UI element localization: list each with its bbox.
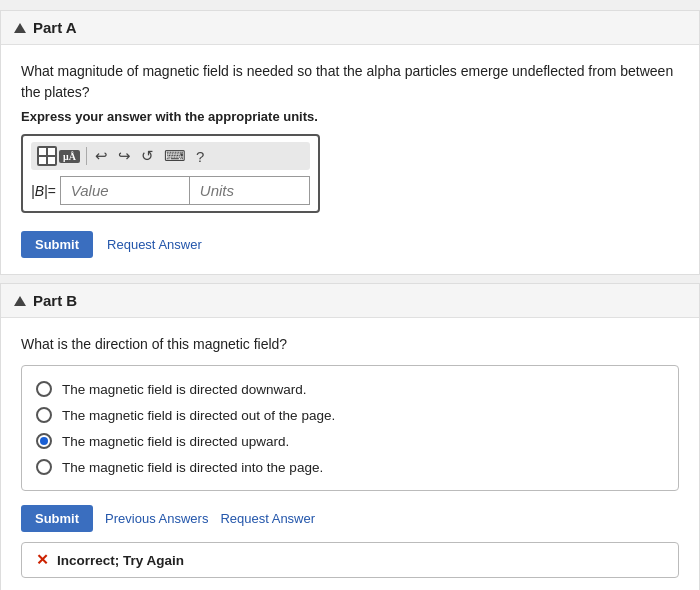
radio-button-1[interactable] [36, 381, 52, 397]
part-a-section: Part A What magnitude of magnetic field … [0, 10, 700, 275]
part-a-question: What magnitude of magnetic field is need… [21, 61, 679, 103]
radio-button-3[interactable] [36, 433, 52, 449]
part-b-request-answer-link[interactable]: Request Answer [220, 511, 315, 526]
grid-icon-box: μÅ [37, 146, 80, 166]
part-b-content: What is the direction of this magnetic f… [1, 318, 699, 590]
part-b-submit-button[interactable]: Submit [21, 505, 93, 532]
radio-inner-3 [40, 437, 48, 445]
part-a-submit-button[interactable]: Submit [21, 231, 93, 258]
radio-button-4[interactable] [36, 459, 52, 475]
keyboard-button[interactable]: ⌨ [162, 147, 188, 165]
part-b-collapse-icon[interactable] [14, 296, 26, 306]
option-row[interactable]: The magnetic field is directed downward. [36, 376, 664, 402]
part-b-section: Part B What is the direction of this mag… [0, 283, 700, 590]
x-icon: ✕ [36, 551, 49, 569]
answer-toolbar: μÅ ↩ ↪ ↺ ⌨ ? [31, 142, 310, 170]
part-b-actions: Submit Previous Answers Request Answer [21, 505, 679, 532]
help-button[interactable]: ? [194, 148, 206, 165]
option-row[interactable]: The magnetic field is directed into the … [36, 454, 664, 480]
part-b-header: Part B [1, 284, 699, 318]
grid-icon [37, 146, 57, 166]
option-row[interactable]: The magnetic field is directed upward. [36, 428, 664, 454]
part-a-label: Part A [33, 19, 77, 36]
part-a-collapse-icon[interactable] [14, 23, 26, 33]
option-label-1: The magnetic field is directed downward. [62, 382, 307, 397]
option-label-2: The magnetic field is directed out of th… [62, 408, 335, 423]
option-label-3: The magnetic field is directed upward. [62, 434, 289, 449]
previous-answers-link[interactable]: Previous Answers [105, 511, 208, 526]
part-b-question: What is the direction of this magnetic f… [21, 334, 679, 355]
value-input[interactable] [60, 176, 190, 205]
options-box: The magnetic field is directed downward.… [21, 365, 679, 491]
option-row[interactable]: The magnetic field is directed out of th… [36, 402, 664, 428]
redo-button[interactable]: ↪ [116, 147, 133, 165]
part-b-label: Part B [33, 292, 77, 309]
part-a-actions: Submit Request Answer [21, 231, 679, 258]
b-label: |B|= [31, 183, 56, 199]
input-row: |B|= [31, 176, 310, 205]
part-a-header: Part A [1, 11, 699, 45]
units-input[interactable] [190, 176, 310, 205]
part-a-express: Express your answer with the appropriate… [21, 109, 679, 124]
incorrect-box: ✕ Incorrect; Try Again [21, 542, 679, 578]
part-a-content: What magnitude of magnetic field is need… [1, 45, 699, 274]
option-label-4: The magnetic field is directed into the … [62, 460, 323, 475]
micro-icon: μÅ [59, 150, 80, 163]
answer-input-box: μÅ ↩ ↪ ↺ ⌨ ? |B|= [21, 134, 320, 213]
toolbar-sep-1 [86, 147, 87, 165]
page: Part A What magnitude of magnetic field … [0, 0, 700, 590]
radio-button-2[interactable] [36, 407, 52, 423]
undo-button[interactable]: ↩ [93, 147, 110, 165]
refresh-button[interactable]: ↺ [139, 147, 156, 165]
incorrect-label: Incorrect; Try Again [57, 553, 184, 568]
part-a-request-answer-link[interactable]: Request Answer [107, 237, 202, 252]
